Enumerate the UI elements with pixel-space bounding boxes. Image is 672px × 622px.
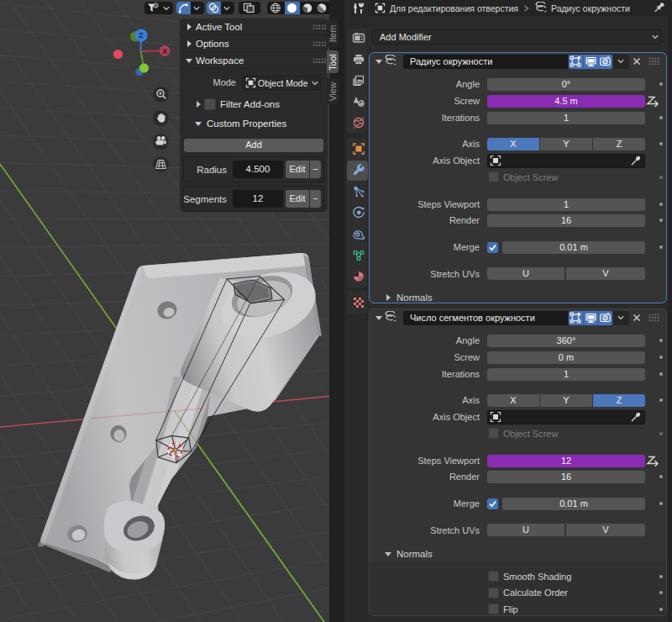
svg-text:X: X <box>162 47 167 55</box>
svg-text:Z: Z <box>139 30 144 40</box>
